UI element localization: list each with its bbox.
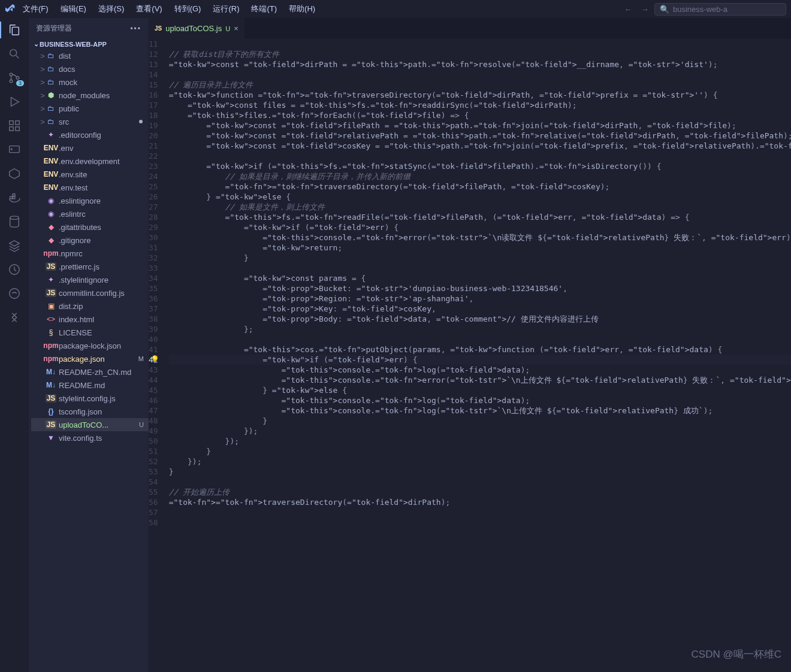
vscode-logo-icon: [5, 4, 16, 14]
activity-extensions-icon[interactable]: [7, 119, 22, 133]
file-tree: >🗀dist>🗀docs>🗀mock>⬢node_modules>🗀public…: [29, 49, 149, 444]
activity-layers-icon[interactable]: [7, 238, 22, 253]
tree-item-label: dist.zip: [59, 302, 83, 311]
svg-point-1: [10, 73, 13, 76]
js-file-icon: JS: [155, 25, 162, 32]
chevron-right-icon: >: [40, 78, 46, 87]
menu-view[interactable]: 查看(V): [131, 2, 167, 16]
svg-point-2: [10, 80, 13, 83]
watermark-text: CSDN @喝一杯维C: [692, 647, 781, 661]
activity-remote-icon[interactable]: [7, 143, 22, 157]
tree-item--env[interactable]: ENV.env: [31, 141, 149, 155]
tree-item-label: vite.config.ts: [59, 434, 102, 443]
tree-item-label: stylelint.config.js: [59, 394, 116, 403]
tree-item-label: .prettierrc.js: [59, 262, 99, 271]
tree-item-dist-zip[interactable]: ▣dist.zip: [31, 299, 149, 313]
code-content[interactable]: // 获取dist目录下的所有文件="tok-kw">const ="tok-f…: [169, 39, 791, 672]
activity-git-icon[interactable]: [7, 310, 22, 325]
tree-item-src[interactable]: >🗀src: [31, 115, 149, 128]
nav-back-icon[interactable]: ←: [621, 5, 635, 14]
chevron-down-icon: ⌄: [32, 40, 40, 48]
activity-search-icon[interactable]: [7, 47, 22, 61]
tab-close-icon[interactable]: ×: [234, 24, 238, 33]
tree-item--prettierrc-js[interactable]: JS.prettierrc.js: [31, 260, 149, 273]
explorer-more-icon[interactable]: •••: [130, 25, 141, 33]
tree-item-label: README-zh_CN.md: [59, 368, 131, 377]
menu-select[interactable]: 选择(S): [93, 2, 129, 16]
activity-icon-3[interactable]: [7, 286, 22, 301]
tree-item-node-modules[interactable]: >⬢node_modules: [31, 89, 149, 102]
menu-bar: 文件(F) 编辑(E) 选择(S) 查看(V) 转到(G) 运行(R) 终端(T…: [0, 0, 791, 18]
tree-item-package-json[interactable]: npmpackage.jsonM: [31, 352, 149, 365]
tree-item-license[interactable]: §LICENSE: [31, 326, 149, 339]
tree-item-commitlint-config-js[interactable]: JScommitlint.config.js: [31, 286, 149, 299]
tree-item-readme-md[interactable]: M↓README.md: [31, 379, 149, 392]
activity-docker-icon[interactable]: [7, 190, 22, 205]
tree-item-package-lock-json[interactable]: npmpackage-lock.json: [31, 339, 149, 352]
tree-item-vite-config-ts[interactable]: ▼vite.config.ts: [31, 431, 149, 444]
explorer-project-header[interactable]: ⌄ BUSINESS-WEB-APP: [29, 39, 149, 49]
tree-item--gitattributes[interactable]: ◆.gitattributes: [31, 220, 149, 234]
line-number-gutter: 1112131415161718192021222324252627282930…: [149, 39, 169, 672]
menu-goto[interactable]: 转到(G): [170, 2, 206, 16]
svg-point-13: [10, 216, 19, 220]
tree-item-uploadtoco---[interactable]: JSuploadToCO...U: [31, 418, 149, 431]
menu-terminal[interactable]: 终端(T): [246, 2, 282, 16]
tree-item-docs[interactable]: >🗀docs: [31, 62, 149, 75]
activity-database-icon[interactable]: [7, 214, 22, 229]
svg-point-9: [11, 149, 13, 150]
code-editor[interactable]: 1112131415161718192021222324252627282930…: [149, 39, 791, 672]
menu-edit[interactable]: 编辑(E): [56, 2, 91, 16]
activity-scm-icon[interactable]: 3: [7, 71, 22, 85]
svg-point-3: [16, 77, 19, 80]
activity-icon-1[interactable]: [7, 167, 22, 181]
tree-item-label: .editorconfig: [59, 131, 101, 140]
svg-point-0: [10, 50, 17, 56]
chevron-right-icon: >: [40, 104, 46, 113]
tree-item-public[interactable]: >🗀public: [31, 102, 149, 115]
project-name: BUSINESS-WEB-APP: [40, 41, 107, 48]
tree-item--gitignore[interactable]: ◆.gitignore: [31, 234, 149, 247]
git-status-badge: M: [138, 355, 144, 362]
tab-uploadtocos[interactable]: JS uploadToCOS.js U ×: [149, 18, 245, 39]
tree-item--eslintignore[interactable]: ◉.eslintignore: [31, 194, 149, 207]
command-center-search[interactable]: 🔍 business-web-a: [654, 3, 786, 16]
tree-item-label: dist: [59, 52, 71, 60]
tree-item-label: .gitignore: [59, 236, 90, 245]
tree-item-mock[interactable]: >🗀mock: [31, 75, 149, 89]
menu-file[interactable]: 文件(F): [18, 2, 53, 16]
tree-item--env-site[interactable]: ENV.env.site: [31, 168, 149, 181]
lightbulb-icon[interactable]: 💡: [150, 355, 159, 365]
explorer-sidebar: 资源管理器 ••• ⌄ BUSINESS-WEB-APP >🗀dist>🗀doc…: [29, 18, 149, 672]
tree-item-stylelint-config-js[interactable]: JSstylelint.config.js: [31, 392, 149, 405]
tree-item-label: .npmrc: [59, 249, 83, 258]
tree-item--env-development[interactable]: ENV.env.development: [31, 155, 149, 168]
menu-help[interactable]: 帮助(H): [284, 2, 320, 16]
tree-item-index-html[interactable]: <>index.html: [31, 313, 149, 326]
svg-rect-12: [13, 194, 15, 196]
search-placeholder: business-web-a: [673, 5, 727, 14]
activity-explorer-icon[interactable]: [7, 23, 22, 37]
tree-item--env-test[interactable]: ENV.env.test: [31, 181, 149, 194]
activity-debug-icon[interactable]: [7, 95, 22, 109]
tab-filename: uploadToCOS.js: [165, 24, 222, 33]
tree-item--eslintrc[interactable]: ◉.eslintrc: [31, 207, 149, 220]
activity-icon-2[interactable]: [7, 262, 22, 277]
tree-item-label: .env: [59, 144, 74, 153]
nav-forward-icon[interactable]: →: [638, 5, 652, 14]
git-status-badge: U: [139, 421, 144, 428]
tree-item--npmrc[interactable]: npm.npmrc: [31, 247, 149, 260]
tree-item-label: tsconfig.json: [59, 407, 102, 416]
tab-git-status: U: [225, 25, 230, 32]
tree-item-tsconfig-json[interactable]: {}tsconfig.json: [31, 405, 149, 418]
tree-item-label: .eslintignore: [59, 196, 101, 205]
search-icon: 🔍: [660, 5, 669, 14]
tree-item-label: uploadToCO...: [59, 420, 108, 429]
editor-tabs: JS uploadToCOS.js U ×: [149, 18, 791, 39]
tree-item-dist[interactable]: >🗀dist: [31, 49, 149, 62]
tree-item-label: .env.test: [59, 183, 87, 192]
menu-run[interactable]: 运行(R): [208, 2, 244, 16]
tree-item--editorconfig[interactable]: ✦.editorconfig: [31, 128, 149, 141]
tree-item-readme-zh-cn-md[interactable]: M↓README-zh_CN.md: [31, 365, 149, 379]
tree-item--stylelintignore[interactable]: ✦.stylelintignore: [31, 273, 149, 286]
